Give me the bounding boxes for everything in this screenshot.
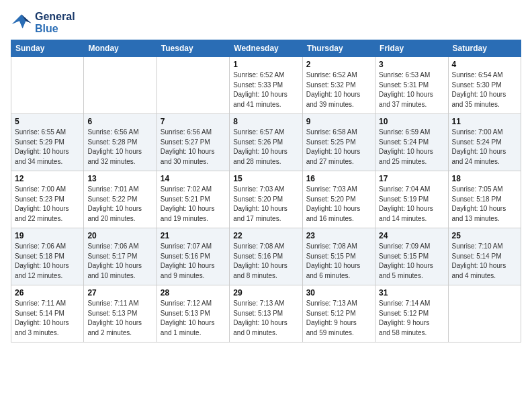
- day-info: Sunrise: 7:11 AM Sunset: 5:14 PM Dayligh…: [15, 299, 80, 338]
- day-info: Sunrise: 7:06 AM Sunset: 5:18 PM Dayligh…: [15, 242, 80, 281]
- day-info: Sunrise: 7:10 AM Sunset: 5:14 PM Dayligh…: [452, 242, 517, 281]
- day-info: Sunrise: 6:59 AM Sunset: 5:24 PM Dayligh…: [379, 128, 444, 167]
- calendar-table: SundayMondayTuesdayWednesdayThursdayFrid…: [11, 40, 521, 342]
- weekday-header: Saturday: [448, 40, 521, 57]
- calendar-week-row: 5Sunrise: 6:55 AM Sunset: 5:29 PM Daylig…: [11, 114, 521, 171]
- calendar-cell: 16Sunrise: 7:03 AM Sunset: 5:20 PM Dayli…: [302, 171, 375, 228]
- day-number: 23: [306, 231, 371, 240]
- calendar-cell: [157, 57, 229, 114]
- day-info: Sunrise: 6:52 AM Sunset: 5:33 PM Dayligh…: [233, 71, 298, 109]
- day-number: 4: [452, 60, 517, 69]
- day-number: 13: [87, 174, 152, 183]
- calendar-cell: 11Sunrise: 7:00 AM Sunset: 5:24 PM Dayli…: [448, 114, 521, 171]
- day-info: Sunrise: 7:03 AM Sunset: 5:20 PM Dayligh…: [306, 185, 371, 224]
- calendar-cell: 17Sunrise: 7:04 AM Sunset: 5:19 PM Dayli…: [375, 171, 448, 228]
- calendar-cell: 8Sunrise: 6:57 AM Sunset: 5:26 PM Daylig…: [230, 114, 302, 171]
- weekday-header: Sunday: [11, 40, 84, 57]
- calendar-cell: [84, 57, 157, 114]
- calendar-week-row: 19Sunrise: 7:06 AM Sunset: 5:18 PM Dayli…: [11, 228, 521, 285]
- calendar-cell: 24Sunrise: 7:09 AM Sunset: 5:15 PM Dayli…: [375, 228, 448, 285]
- day-info: Sunrise: 7:06 AM Sunset: 5:17 PM Dayligh…: [87, 242, 152, 281]
- day-info: Sunrise: 6:52 AM Sunset: 5:32 PM Dayligh…: [306, 71, 371, 109]
- day-info: Sunrise: 6:56 AM Sunset: 5:27 PM Dayligh…: [161, 128, 226, 167]
- day-number: 16: [306, 174, 371, 183]
- day-info: Sunrise: 7:04 AM Sunset: 5:19 PM Dayligh…: [379, 185, 444, 224]
- day-info: Sunrise: 7:00 AM Sunset: 5:24 PM Dayligh…: [452, 128, 517, 167]
- day-number: 18: [452, 174, 517, 183]
- calendar-cell: 19Sunrise: 7:06 AM Sunset: 5:18 PM Dayli…: [11, 228, 84, 285]
- day-info: Sunrise: 7:00 AM Sunset: 5:23 PM Dayligh…: [15, 185, 80, 224]
- calendar-cell: 2Sunrise: 6:52 AM Sunset: 5:32 PM Daylig…: [302, 57, 375, 114]
- calendar-header-row: SundayMondayTuesdayWednesdayThursdayFrid…: [11, 40, 521, 57]
- logo: General Blue: [11, 11, 75, 34]
- calendar-cell: 27Sunrise: 7:11 AM Sunset: 5:13 PM Dayli…: [84, 285, 157, 342]
- day-number: 17: [379, 174, 444, 183]
- weekday-header: Friday: [375, 40, 448, 57]
- calendar-cell: 7Sunrise: 6:56 AM Sunset: 5:27 PM Daylig…: [157, 114, 229, 171]
- day-number: 28: [161, 288, 226, 298]
- calendar-cell: 13Sunrise: 7:01 AM Sunset: 5:22 PM Dayli…: [84, 171, 157, 228]
- calendar-cell: 14Sunrise: 7:02 AM Sunset: 5:21 PM Dayli…: [157, 171, 229, 228]
- day-info: Sunrise: 7:07 AM Sunset: 5:16 PM Dayligh…: [161, 242, 226, 281]
- weekday-header: Tuesday: [157, 40, 229, 57]
- day-number: 11: [452, 117, 517, 126]
- day-info: Sunrise: 7:05 AM Sunset: 5:18 PM Dayligh…: [452, 185, 517, 224]
- day-number: 25: [452, 231, 517, 240]
- day-info: Sunrise: 6:54 AM Sunset: 5:30 PM Dayligh…: [452, 71, 517, 109]
- calendar-cell: 20Sunrise: 7:06 AM Sunset: 5:17 PM Dayli…: [84, 228, 157, 285]
- day-info: Sunrise: 7:14 AM Sunset: 5:12 PM Dayligh…: [379, 299, 444, 338]
- calendar-cell: 3Sunrise: 6:53 AM Sunset: 5:31 PM Daylig…: [375, 57, 448, 114]
- day-info: Sunrise: 6:57 AM Sunset: 5:26 PM Dayligh…: [233, 128, 298, 167]
- day-info: Sunrise: 7:02 AM Sunset: 5:21 PM Dayligh…: [161, 185, 226, 224]
- day-info: Sunrise: 6:58 AM Sunset: 5:25 PM Dayligh…: [306, 128, 371, 167]
- day-info: Sunrise: 6:53 AM Sunset: 5:31 PM Dayligh…: [379, 71, 444, 109]
- day-number: 10: [379, 117, 444, 126]
- day-number: 9: [306, 117, 371, 126]
- calendar-cell: 23Sunrise: 7:08 AM Sunset: 5:15 PM Dayli…: [302, 228, 375, 285]
- day-number: 20: [87, 231, 152, 240]
- day-info: Sunrise: 7:13 AM Sunset: 5:12 PM Dayligh…: [306, 299, 371, 338]
- day-number: 12: [15, 174, 80, 183]
- calendar-cell: 25Sunrise: 7:10 AM Sunset: 5:14 PM Dayli…: [448, 228, 521, 285]
- weekday-header: Wednesday: [230, 40, 302, 57]
- weekday-header: Thursday: [302, 40, 375, 57]
- calendar-cell: [11, 57, 84, 114]
- calendar-cell: 21Sunrise: 7:07 AM Sunset: 5:16 PM Dayli…: [157, 228, 229, 285]
- day-number: 8: [233, 117, 298, 126]
- day-number: 6: [87, 117, 152, 126]
- day-number: 31: [379, 288, 444, 298]
- day-info: Sunrise: 7:13 AM Sunset: 5:13 PM Dayligh…: [233, 299, 298, 338]
- day-info: Sunrise: 6:55 AM Sunset: 5:29 PM Dayligh…: [15, 128, 80, 167]
- calendar-cell: 4Sunrise: 6:54 AM Sunset: 5:30 PM Daylig…: [448, 57, 521, 114]
- calendar-week-row: 26Sunrise: 7:11 AM Sunset: 5:14 PM Dayli…: [11, 285, 521, 342]
- day-info: Sunrise: 7:12 AM Sunset: 5:13 PM Dayligh…: [161, 299, 226, 338]
- calendar-cell: 15Sunrise: 7:03 AM Sunset: 5:20 PM Dayli…: [230, 171, 302, 228]
- day-info: Sunrise: 7:01 AM Sunset: 5:22 PM Dayligh…: [87, 185, 152, 224]
- day-number: 24: [379, 231, 444, 240]
- day-number: 27: [87, 288, 152, 298]
- calendar-week-row: 12Sunrise: 7:00 AM Sunset: 5:23 PM Dayli…: [11, 171, 521, 228]
- day-number: 15: [233, 174, 298, 183]
- page-header: General Blue: [11, 11, 521, 34]
- day-number: 3: [379, 60, 444, 69]
- day-number: 30: [306, 288, 371, 298]
- calendar-cell: 18Sunrise: 7:05 AM Sunset: 5:18 PM Dayli…: [448, 171, 521, 228]
- calendar-cell: [448, 285, 521, 342]
- day-number: 5: [15, 117, 80, 126]
- logo-icon: [11, 13, 32, 32]
- day-number: 22: [233, 231, 298, 240]
- calendar-cell: 10Sunrise: 6:59 AM Sunset: 5:24 PM Dayli…: [375, 114, 448, 171]
- day-number: 21: [161, 231, 226, 240]
- calendar-cell: 12Sunrise: 7:00 AM Sunset: 5:23 PM Dayli…: [11, 171, 84, 228]
- calendar-cell: 29Sunrise: 7:13 AM Sunset: 5:13 PM Dayli…: [230, 285, 302, 342]
- calendar-cell: 1Sunrise: 6:52 AM Sunset: 5:33 PM Daylig…: [230, 57, 302, 114]
- calendar-cell: 5Sunrise: 6:55 AM Sunset: 5:29 PM Daylig…: [11, 114, 84, 171]
- calendar-cell: 6Sunrise: 6:56 AM Sunset: 5:28 PM Daylig…: [84, 114, 157, 171]
- calendar-cell: 31Sunrise: 7:14 AM Sunset: 5:12 PM Dayli…: [375, 285, 448, 342]
- day-info: Sunrise: 7:09 AM Sunset: 5:15 PM Dayligh…: [379, 242, 444, 281]
- day-number: 26: [15, 288, 80, 298]
- calendar-cell: 30Sunrise: 7:13 AM Sunset: 5:12 PM Dayli…: [302, 285, 375, 342]
- day-number: 29: [233, 288, 298, 298]
- logo-text: General Blue: [35, 11, 75, 34]
- weekday-header: Monday: [84, 40, 157, 57]
